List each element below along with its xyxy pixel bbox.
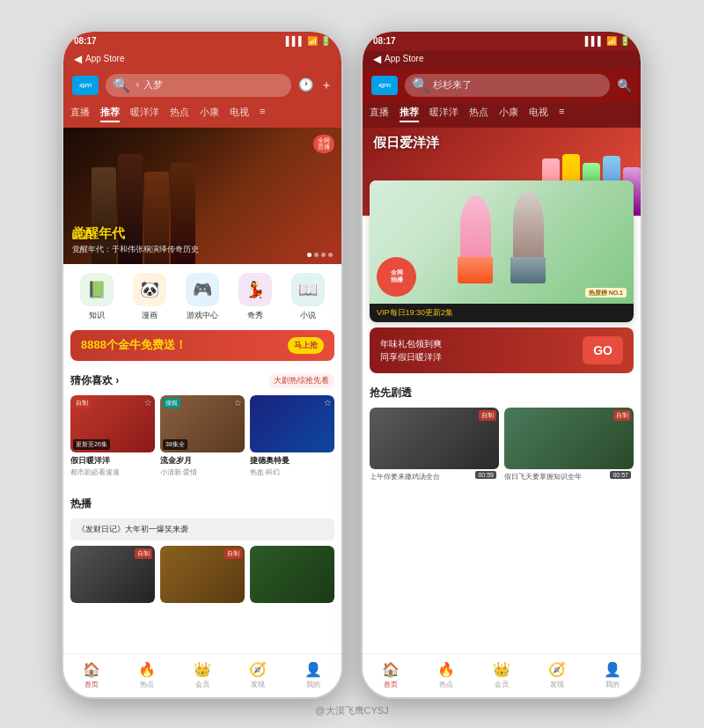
guess-cards-row: 自制 更新至26集 ☆ 假日暖洋洋 都市剧必看速速 搜狐 38集全 ☆ — [70, 395, 334, 477]
home-label: 首页 — [84, 680, 99, 689]
hot-card-1[interactable]: 自制 — [70, 546, 155, 603]
right-tab-hot[interactable]: 热点 — [469, 106, 488, 122]
left-status-bar: 08:17 ▌▌▌ 📶 🔋 — [63, 32, 341, 51]
icon-manga[interactable]: 🐼 漫画 — [133, 273, 166, 321]
left-hero-subtitle: 觉醒年代：于和伟张桐演绎传奇历史 — [72, 244, 199, 255]
left-nav-discover[interactable]: 🧭 发现 — [231, 661, 286, 689]
right-me-icon: 👤 — [604, 661, 621, 678]
right-signal-icon: ▌▌▌ — [585, 36, 604, 46]
right-tab-tv[interactable]: 电视 — [529, 106, 548, 122]
promo-button[interactable]: 马上抢 — [288, 337, 324, 354]
tab-live[interactable]: 直播 — [70, 106, 90, 122]
game-icon: 🎮 — [186, 273, 219, 306]
preview-badge-2: 自制 — [613, 410, 631, 421]
right-phone: 08:17 ▌▌▌ 📶 🔋 ◀ App Store iQIYI 🔍 — [361, 30, 642, 699]
guess-card-3[interactable]: ☆ 捷德奥特曼 热血·科幻 — [250, 395, 334, 477]
novel-icon: 📖 — [291, 273, 325, 306]
tab-warm[interactable]: 暖洋洋 — [130, 106, 159, 122]
preview-card-1[interactable]: 自制 00:59 上午你要来撒鸡汤全台 — [370, 408, 499, 482]
left-search-bar[interactable]: 🔍 ♀ 入梦 — [106, 74, 291, 97]
right-hot-label: 热点 — [439, 680, 453, 689]
right-tab-kang[interactable]: 小康 — [499, 106, 518, 122]
right-discover-icon: 🧭 — [548, 661, 566, 678]
left-nav-me[interactable]: 👤 我的 — [286, 661, 341, 689]
guess-card-2[interactable]: 搜狐 38集全 ☆ 流金岁月 小清新·爱情 — [160, 395, 245, 477]
right-preview-section: 抢先剧透 自制 00:59 上午你要来撒鸡汤全台 自制 00:57 — [363, 379, 641, 489]
right-nav-home[interactable]: 🏠 首页 — [363, 661, 418, 689]
clock-icon[interactable]: 🕐 — [298, 77, 313, 93]
card3-title: 捷德奥特曼 — [250, 455, 334, 467]
icon-novel[interactable]: 📖 小说 — [291, 273, 325, 321]
right-hot-icon: 🔥 — [437, 661, 455, 678]
right-tab-more[interactable]: ≡ — [559, 106, 564, 122]
right-nav-hot[interactable]: 🔥 热点 — [418, 661, 473, 689]
hot-section-header: 热播 — [70, 496, 334, 511]
right-nav-tabs: 直播 推荐 暖洋洋 热点 小康 电视 ≡ — [363, 102, 641, 128]
right-tab-live[interactable]: 直播 — [370, 106, 389, 122]
wifi-icon: 📶 — [307, 36, 318, 46]
hot-card-3[interactable] — [250, 546, 334, 603]
left-nav-home[interactable]: 🏠 首页 — [63, 661, 119, 689]
right-appstore-bar[interactable]: ◀ App Store — [363, 51, 641, 69]
vip-update-bar: VIP每日19:30更新2集 — [370, 304, 634, 322]
vip-label: 会员 — [195, 680, 209, 689]
icon-knowledge[interactable]: 📗 知识 — [80, 273, 114, 321]
right-nav-discover[interactable]: 🧭 发现 — [530, 661, 585, 689]
icon-show[interactable]: 💃 奇秀 — [238, 273, 272, 321]
left-nav-vip[interactable]: 👑 会员 — [174, 661, 230, 689]
card3-sub: 热血·科幻 — [250, 467, 334, 477]
back-arrow-icon: ◀ — [74, 53, 82, 65]
left-hero-banner[interactable]: VIP 觉醒年代 觉醒年代：于和伟张桐演绎传奇历史 全网 首播 — [63, 128, 341, 264]
me-icon: 👤 — [304, 661, 322, 678]
guess-card-1[interactable]: 自制 更新至26集 ☆ 假日暖洋洋 都市剧必看速速 — [70, 395, 155, 477]
icon-game[interactable]: 🎮 游戏中心 — [186, 273, 219, 321]
guess-more[interactable]: 大剧热综抢先看 — [268, 373, 334, 388]
right-appstore-label: App Store — [385, 54, 423, 63]
right-ad-banner[interactable]: 年味礼包领到爽 同享假日暖洋洋 GO — [370, 327, 634, 373]
right-search-icon: 🔍 — [412, 77, 429, 93]
card1-title: 假日暖洋洋 — [70, 455, 155, 467]
left-search-text: ♀ 入梦 — [134, 78, 163, 92]
preview-cards-row: 自制 00:59 上午你要来撒鸡汤全台 自制 00:57 假日飞天要掌握知识全年 — [370, 408, 634, 482]
tab-more[interactable]: ≡ — [260, 106, 265, 122]
hot-title: 热播 — [70, 496, 92, 511]
left-hot-section: 热播 《发财日记》大年初一爆笑来袭 自制 自制 — [63, 489, 341, 610]
right-wifi-icon: 📶 — [606, 36, 617, 46]
tab-recommend[interactable]: 推荐 — [100, 106, 120, 122]
ad-text: 年味礼包领到爽 同享假日暖洋洋 — [380, 337, 442, 364]
right-nav-me[interactable]: 👤 我的 — [585, 661, 641, 689]
go-button[interactable]: GO — [583, 336, 623, 364]
right-tab-warm[interactable]: 暖洋洋 — [429, 106, 458, 122]
right-tab-recommend[interactable]: 推荐 — [400, 106, 419, 122]
right-vip-nav-label: 会员 — [495, 680, 509, 689]
left-nav-hot[interactable]: 🔥 热点 — [119, 661, 174, 689]
tab-tv[interactable]: 电视 — [230, 106, 249, 122]
preview-card-2[interactable]: 自制 00:57 假日飞天要掌握知识全年 — [504, 408, 634, 482]
right-drama-card[interactable]: 全网 独播 热度榜 NO.1 VIP每日19:30更新2集 — [370, 180, 634, 322]
right-home-icon: 🏠 — [382, 661, 400, 678]
knowledge-icon: 📗 — [80, 273, 114, 306]
left-promo-banner[interactable]: 8888个金牛免费送！ 马上抢 — [70, 330, 334, 361]
preview-section-header: 抢先剧透 — [370, 386, 634, 401]
right-me-label: 我的 — [605, 680, 620, 689]
tab-kang[interactable]: 小康 — [200, 106, 219, 122]
promo-text: 8888个金牛免费送！ — [81, 337, 187, 353]
card2-update: 38集全 — [163, 439, 187, 450]
hot-card1-badge: 自制 — [135, 548, 152, 559]
hot-card-2[interactable]: 自制 — [160, 546, 245, 603]
preview-badge-1: 自制 — [479, 410, 496, 421]
left-appstore-bar[interactable]: ◀ App Store — [63, 51, 341, 69]
guess-section-header: 猜你喜欢 › 大剧热综抢先看 — [70, 373, 334, 388]
preview-time-2: 00:57 — [610, 471, 631, 479]
right-time: 08:17 — [373, 36, 396, 46]
right-search-bar[interactable]: 🔍 杉杉来了 — [405, 74, 610, 97]
card1-update: 更新至26集 — [73, 439, 110, 450]
me-label: 我的 — [306, 680, 320, 689]
add-icon[interactable]: ＋ — [320, 77, 333, 93]
right-nav-vip[interactable]: 👑 会员 — [473, 661, 529, 689]
tab-hot[interactable]: 热点 — [170, 106, 189, 122]
vip-icon: 👑 — [194, 661, 211, 678]
right-status-bar: 08:17 ▌▌▌ 📶 🔋 — [363, 32, 641, 51]
show-icon: 💃 — [238, 273, 272, 306]
right-search-btn[interactable]: 🔍 — [617, 78, 632, 92]
